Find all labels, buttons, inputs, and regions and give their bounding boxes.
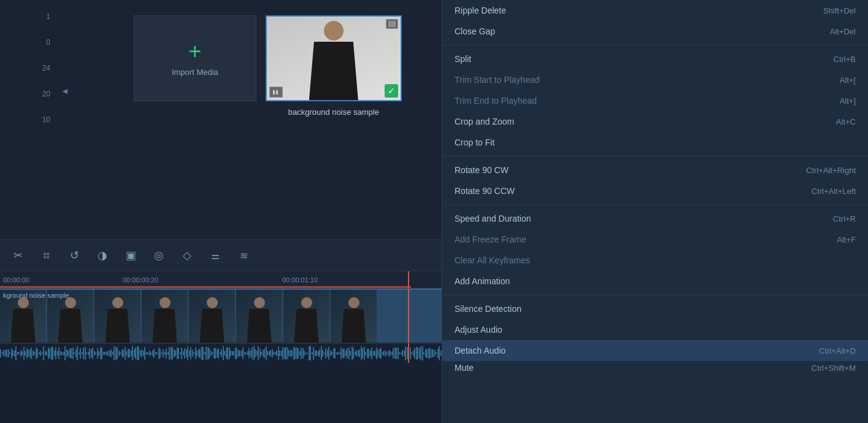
timeline-video-clip[interactable]: kground noise sample: [0, 289, 442, 343]
svg-rect-3: [393, 25, 395, 26]
menu-item-label: Clear All Keyframes: [455, 255, 530, 265]
import-media-label: Import Media: [172, 68, 218, 77]
svg-rect-0: [389, 21, 391, 23]
menu-item-split[interactable]: Split Ctrl+B: [442, 49, 868, 69]
menu-item-label: Adjust Audio: [455, 325, 502, 335]
menu-item-label: Trim End to Playhead: [455, 96, 537, 106]
menu-item-label: Detach Audio: [455, 346, 505, 355]
menu-item-mute[interactable]: Mute Ctrl+Shift+M: [442, 361, 868, 374]
menu-item-label: Split: [455, 54, 471, 64]
menu-item-crop-and-zoom[interactable]: Crop and Zoom Alt+C: [442, 111, 868, 132]
menu-item-shortcut: Alt+Del: [830, 27, 856, 36]
frame-7: [283, 290, 329, 343]
menu-item-label: Crop to Fit: [455, 138, 494, 147]
left-panel: 1 0 24 20 10 ◄ + Import Media: [0, 0, 442, 423]
menu-item-shortcut: Alt+]: [840, 96, 856, 106]
timeline-ruler: 00:00:00 00:00:00:20 00:00:01:10: [0, 271, 442, 289]
crop-icon[interactable]: ⌗: [37, 247, 55, 264]
menu-item-add-animation[interactable]: Add Animation: [442, 271, 868, 292]
menu-item-shortcut: Alt+[: [840, 76, 856, 85]
scissors-icon[interactable]: ✂: [9, 247, 26, 264]
menu-item-shortcut: Shift+Del: [823, 6, 856, 15]
menu-item-label: Close Gap: [455, 26, 495, 36]
import-media-button[interactable]: + Import Media: [134, 15, 256, 101]
menu-item-clear-all-keyframes: Clear All Keyframes: [442, 250, 868, 271]
menu-item-label: Rotate 90 CW: [455, 165, 509, 175]
clip-check-icon: ✓: [385, 84, 398, 98]
menu-item-shortcut: Ctrl+Alt+Left: [812, 187, 856, 196]
clip-title: background noise sample: [266, 107, 402, 117]
ruler-number-0: 0: [46, 38, 50, 47]
paint-icon[interactable]: ◑: [94, 247, 111, 264]
menu-item-label: Silence Detection: [455, 304, 521, 314]
monitor-icon[interactable]: ▣: [122, 247, 139, 264]
menu-item-shortcut: Ctrl+R: [833, 214, 856, 223]
menu-separator-16: [442, 295, 868, 295]
target-icon[interactable]: ◎: [150, 247, 167, 264]
menu-item-label: Mute: [455, 363, 474, 373]
playhead-audio-line: [408, 344, 409, 363]
playhead-ruler-line: [408, 271, 409, 288]
frame-4: [142, 290, 188, 343]
media-clip-thumbnail[interactable]: ✓ background noise sample: [266, 15, 402, 101]
ruler-number-24: 24: [42, 64, 50, 72]
menu-item-trim-end-to-playhead: Trim End to Playhead Alt+]: [442, 90, 868, 111]
context-menu: Ripple Delete Shift+DelClose Gap Alt+Del…: [442, 0, 868, 423]
equalizer-icon[interactable]: ⚌: [207, 247, 224, 264]
plus-icon: +: [188, 41, 201, 63]
menu-item-adjust-audio[interactable]: Adjust Audio: [442, 319, 868, 340]
collapse-arrow-icon[interactable]: ◄: [61, 86, 69, 96]
time-marker-20: 00:00:00:20: [123, 276, 158, 284]
clip-top-icons: [386, 19, 398, 29]
menu-item-crop-to-fit[interactable]: Crop to Fit: [442, 132, 868, 153]
menu-item-add-freeze-frame: Add Freeze Frame Alt+F: [442, 229, 868, 250]
time-marker-110: 00:00:01:10: [282, 276, 318, 284]
track-clip-label: kground noise sample: [3, 292, 69, 299]
menu-item-trim-start-to-playhead: Trim Start to Playhead Alt+[: [442, 69, 868, 90]
menu-item-label: Crop and Zoom: [455, 117, 514, 126]
clip-icon-play: [269, 87, 283, 98]
frame-5: [189, 290, 235, 343]
menu-item-label: Trim Start to Playhead: [455, 75, 540, 85]
svg-rect-4: [273, 90, 275, 95]
timeline-area: 00:00:00 00:00:00:20 00:00:01:10 kground…: [0, 271, 442, 423]
menu-item-label: Speed and Duration: [455, 214, 531, 223]
menu-item-shortcut: Alt+F: [837, 235, 856, 244]
frame-3: [94, 290, 140, 343]
svg-rect-1: [393, 21, 395, 23]
menu-item-shortcut: Ctrl+B: [834, 55, 856, 64]
rotate-icon[interactable]: ↺: [66, 247, 83, 264]
menu-item-shortcut: Ctrl+Shift+M: [812, 363, 856, 373]
menu-item-label: Add Freeze Frame: [455, 235, 526, 244]
menu-item-speed-and-duration[interactable]: Speed and Duration Ctrl+R: [442, 208, 868, 229]
menu-separator-2: [442, 45, 868, 45]
menu-item-close-gap[interactable]: Close Gap Alt+Del: [442, 21, 868, 42]
clip-icon-grid: [386, 19, 398, 29]
time-marker-0: 00:00:00: [3, 276, 29, 284]
menu-item-detach-audio[interactable]: Detach Audio Ctrl+Alt+D: [442, 340, 868, 361]
menu-item-label: Rotate 90 CCW: [455, 186, 515, 196]
ruler-number-1: 1: [46, 12, 50, 21]
menu-item-shortcut: Alt+C: [836, 117, 856, 126]
svg-rect-5: [276, 90, 278, 95]
audio-track: [0, 344, 442, 363]
toolbar: ✂ ⌗ ↺ ◑ ▣ ◎ ◇ ⚌ ≋: [0, 239, 442, 271]
menu-item-label: Add Animation: [455, 276, 510, 286]
media-bin: 1 0 24 20 10 ◄ + Import Media: [0, 0, 442, 239]
playhead-video-line: [408, 289, 409, 343]
svg-rect-2: [389, 25, 391, 26]
menu-item-rotate-90-cw[interactable]: Rotate 90 CW Ctrl+Alt+Right: [442, 160, 868, 180]
menu-item-label: Ripple Delete: [455, 6, 506, 15]
menu-item-ripple-delete[interactable]: Ripple Delete Shift+Del: [442, 0, 868, 21]
menu-item-rotate-90-ccw[interactable]: Rotate 90 CCW Ctrl+Alt+Left: [442, 180, 868, 201]
diamond-icon[interactable]: ◇: [179, 247, 196, 264]
menu-separator-11: [442, 204, 868, 205]
menu-item-silence-detection[interactable]: Silence Detection: [442, 298, 868, 319]
frame-6: [236, 290, 282, 343]
menu-item-shortcut: Ctrl+Alt+Right: [806, 166, 856, 175]
audio-waveform: [0, 344, 442, 363]
ruler-number-20: 20: [42, 90, 50, 98]
frame-8: [331, 290, 377, 343]
waveform-icon[interactable]: ≋: [235, 247, 252, 264]
menu-item-shortcut: Ctrl+Alt+D: [819, 346, 856, 355]
